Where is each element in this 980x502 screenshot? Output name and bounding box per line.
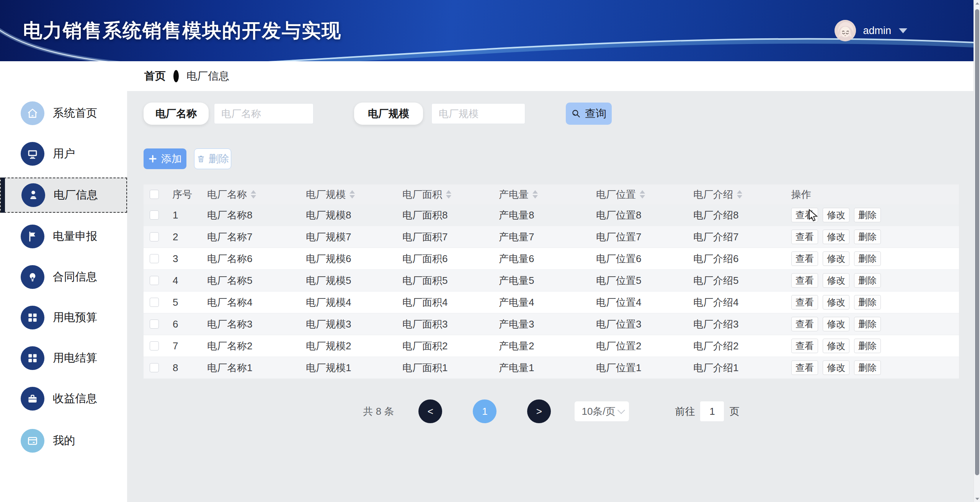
row-checkbox[interactable] bbox=[150, 210, 159, 220]
view-button[interactable]: 查看 bbox=[791, 251, 818, 266]
card-icon bbox=[21, 429, 44, 453]
grid-icon bbox=[26, 352, 39, 365]
view-button[interactable]: 查看 bbox=[791, 208, 818, 222]
plus-icon bbox=[148, 154, 157, 163]
cell-plant-name: 电厂名称6 bbox=[199, 252, 298, 266]
column-header-3: 电厂规模 bbox=[298, 188, 395, 201]
sort-caret[interactable] bbox=[350, 190, 355, 199]
cell-plant-name: 电厂名称3 bbox=[199, 318, 298, 331]
cell-plant-location: 电厂位置1 bbox=[588, 361, 686, 375]
column-header-7: 电厂介绍 bbox=[686, 188, 784, 201]
breadcrumb-home[interactable]: 首页 bbox=[144, 69, 166, 83]
row-checkbox[interactable] bbox=[150, 341, 159, 350]
sidebar-item-6[interactable]: 用电预算 bbox=[0, 301, 127, 334]
row-checkbox[interactable] bbox=[150, 363, 159, 372]
sidebar-item-7[interactable]: 用电结算 bbox=[0, 341, 127, 375]
row-checkbox[interactable] bbox=[150, 298, 159, 307]
sidebar-item-label: 用电预算 bbox=[53, 310, 97, 325]
page-size-select[interactable]: 10条/页 bbox=[575, 401, 629, 421]
user-menu[interactable]: admin bbox=[835, 20, 907, 41]
delete-row-button[interactable]: 删除 bbox=[854, 251, 881, 266]
edit-button[interactable]: 修改 bbox=[823, 339, 849, 353]
view-button[interactable]: 查看 bbox=[791, 295, 818, 310]
delete-row-button[interactable]: 删除 bbox=[854, 273, 881, 288]
sidebar-item-label: 合同信息 bbox=[53, 269, 97, 285]
sort-caret[interactable] bbox=[251, 190, 256, 199]
select-all-checkbox[interactable] bbox=[150, 190, 159, 199]
sort-caret[interactable] bbox=[737, 190, 742, 199]
delete-row-button[interactable]: 删除 bbox=[854, 208, 881, 222]
prev-page-button[interactable]: < bbox=[418, 399, 442, 423]
delete-button[interactable]: 删除 bbox=[194, 148, 231, 169]
delete-row-button[interactable]: 删除 bbox=[854, 230, 881, 244]
view-button[interactable]: 查看 bbox=[791, 339, 818, 353]
view-button[interactable]: 查看 bbox=[791, 317, 818, 331]
table-toolbar: 添加 删除 bbox=[144, 148, 973, 169]
plant-name-input[interactable] bbox=[214, 103, 314, 124]
sidebar-item-9[interactable]: 我的 bbox=[0, 424, 127, 458]
edit-button[interactable]: 修改 bbox=[823, 251, 849, 266]
username[interactable]: admin bbox=[863, 25, 891, 37]
column-header-1: 序号 bbox=[165, 188, 199, 201]
row-checkbox[interactable] bbox=[150, 319, 159, 329]
cell-plant-scale: 电厂规模1 bbox=[298, 361, 395, 375]
table-row: 2 电厂名称7 电厂规模7 电厂面积7 产电量7 电厂位置7 电厂介绍7 查看修… bbox=[144, 226, 959, 248]
delete-row-button[interactable]: 删除 bbox=[854, 295, 881, 310]
sidebar-item-4[interactable]: 电量申报 bbox=[0, 220, 127, 253]
column-header-6: 电厂位置 bbox=[588, 188, 686, 201]
avatar[interactable] bbox=[835, 20, 856, 41]
scrollbar-thumb[interactable] bbox=[975, 9, 979, 475]
table-row: 3 电厂名称6 电厂规模6 电厂面积6 产电量6 电厂位置6 电厂介绍6 查看修… bbox=[144, 248, 959, 270]
page-1-button[interactable]: 1 bbox=[473, 399, 497, 423]
edit-button[interactable]: 修改 bbox=[823, 317, 849, 331]
delete-row-button[interactable]: 删除 bbox=[854, 317, 881, 331]
search-button[interactable]: 查询 bbox=[566, 103, 612, 125]
row-checkbox[interactable] bbox=[150, 276, 159, 285]
view-button[interactable]: 查看 bbox=[791, 230, 818, 244]
edit-button[interactable]: 修改 bbox=[823, 360, 849, 375]
delete-row-button[interactable]: 删除 bbox=[854, 360, 881, 375]
edit-button[interactable]: 修改 bbox=[823, 230, 849, 244]
table-row: 6 电厂名称3 电厂规模3 电厂面积3 产电量3 电厂位置3 电厂介绍3 查看修… bbox=[144, 313, 959, 335]
table-row: 5 电厂名称4 电厂规模4 电厂面积4 产电量4 电厂位置4 电厂介绍4 查看修… bbox=[144, 292, 959, 313]
view-button[interactable]: 查看 bbox=[791, 360, 818, 375]
edit-button[interactable]: 修改 bbox=[823, 208, 849, 222]
row-checkbox[interactable] bbox=[150, 254, 159, 263]
row-checkbox[interactable] bbox=[150, 232, 159, 241]
sidebar-item-label: 收益信息 bbox=[53, 391, 97, 406]
add-button[interactable]: 添加 bbox=[144, 148, 186, 169]
column-header-4: 电厂面积 bbox=[395, 188, 491, 201]
cell-power-output: 产电量8 bbox=[491, 209, 588, 222]
cell-plant-name: 电厂名称7 bbox=[199, 230, 298, 244]
edit-button[interactable]: 修改 bbox=[823, 295, 849, 310]
scroll-down-arrow[interactable] bbox=[974, 495, 980, 502]
view-button[interactable]: 查看 bbox=[791, 273, 818, 288]
cell-plant-scale: 电厂规模8 bbox=[298, 209, 395, 222]
sidebar-item-1[interactable]: 系统首页 bbox=[0, 96, 127, 130]
cell-plant-scale: 电厂规模5 bbox=[298, 274, 395, 287]
cell-plant-scale: 电厂规模6 bbox=[298, 252, 395, 266]
goto-page-input[interactable] bbox=[700, 401, 724, 421]
cell-plant-area: 电厂面积4 bbox=[395, 296, 491, 309]
sidebar-item-label: 我的 bbox=[53, 433, 75, 448]
sort-caret[interactable] bbox=[640, 190, 645, 199]
sidebar-item-label: 用户 bbox=[53, 146, 75, 161]
cell-plant-intro: 电厂介绍8 bbox=[686, 209, 784, 222]
sidebar-item-label: 用电结算 bbox=[53, 350, 97, 366]
table-header-row: 序号 电厂名称 电厂规模 电厂面积 产电量 电厂位置 电厂介绍 操作 bbox=[144, 184, 959, 204]
flag-icon bbox=[26, 230, 39, 243]
next-page-button[interactable]: > bbox=[527, 399, 551, 423]
sidebar-item-2[interactable]: 用户 bbox=[0, 137, 127, 171]
sidebar-item-3[interactable]: 电厂信息 bbox=[0, 178, 127, 213]
edit-button[interactable]: 修改 bbox=[823, 273, 849, 288]
flag-icon bbox=[21, 225, 44, 248]
sort-caret[interactable] bbox=[446, 190, 451, 199]
plant-scale-input[interactable] bbox=[431, 103, 525, 124]
cell-plant-area: 电厂面积1 bbox=[395, 361, 491, 375]
sidebar-item-8[interactable]: 收益信息 bbox=[0, 382, 127, 416]
delete-row-button[interactable]: 删除 bbox=[854, 339, 881, 353]
sidebar-item-5[interactable]: 合同信息 bbox=[0, 260, 127, 294]
scroll-up-arrow[interactable] bbox=[974, 0, 980, 7]
search-icon bbox=[571, 109, 581, 119]
sort-caret[interactable] bbox=[532, 190, 538, 199]
